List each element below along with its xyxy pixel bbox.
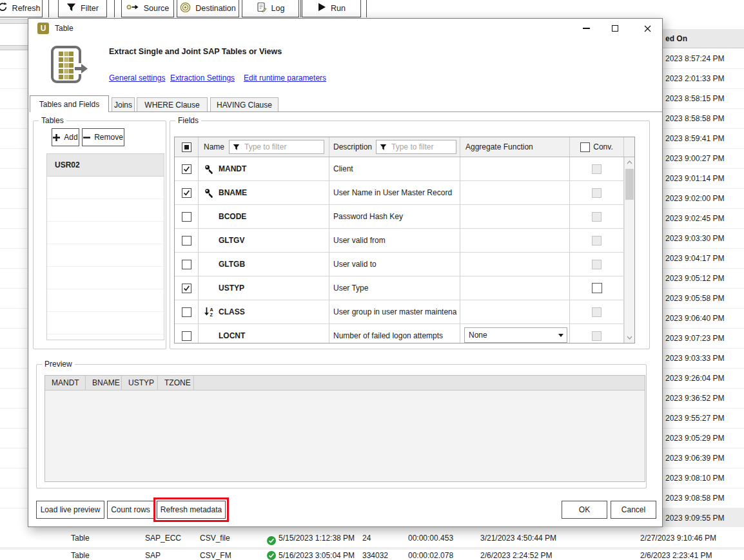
header-link-0[interactable]: General settings bbox=[109, 73, 165, 82]
name-column-label: Name bbox=[204, 142, 224, 151]
row-cell-created: 2/6/2023 2:23:41 PM bbox=[640, 549, 712, 560]
toolbar-button-run[interactable]: Run bbox=[302, 0, 361, 17]
scroll-down-arrow[interactable] bbox=[625, 333, 634, 343]
source-icon bbox=[126, 3, 139, 13]
destination-icon bbox=[180, 2, 191, 15]
toolbar-button-filter[interactable]: Filter bbox=[58, 0, 107, 17]
toolbar-button-destination[interactable]: Destination bbox=[177, 0, 239, 17]
app-logo-icon: U bbox=[37, 23, 49, 34]
toolbar-button-source[interactable]: Source bbox=[121, 0, 174, 17]
sort-desc-icon: AZ bbox=[204, 307, 215, 317]
name-filter-input[interactable] bbox=[243, 142, 324, 152]
field-name: CLASS bbox=[219, 307, 245, 316]
maximize-button[interactable] bbox=[605, 19, 625, 38]
field-checkbox[interactable] bbox=[182, 164, 191, 174]
log-icon bbox=[257, 2, 267, 14]
header-link-1[interactable]: Extraction Settings bbox=[170, 73, 235, 82]
cancel-label: Cancel bbox=[622, 505, 645, 514]
conv-cell bbox=[570, 157, 624, 180]
field-checkbox[interactable] bbox=[182, 236, 191, 246]
add-table-button[interactable]: Add bbox=[52, 128, 79, 146]
fields-group-legend: Fields bbox=[175, 116, 201, 125]
select-cell bbox=[175, 253, 199, 276]
tab-joins[interactable]: Joins bbox=[112, 97, 135, 111]
field-checkbox[interactable] bbox=[182, 307, 191, 317]
description-cell: User Name in User Master Record bbox=[329, 181, 460, 204]
field-row-class: AZCLASSUser group in user master mainten… bbox=[175, 300, 634, 324]
remove-table-label: Remove bbox=[94, 133, 123, 142]
row-cell-source: SAP bbox=[145, 549, 161, 560]
field-row-gltgv: GLTGVUser valid from bbox=[175, 229, 634, 253]
table-list-item[interactable]: USR02 bbox=[47, 154, 164, 177]
row-cell-destination: CSV_file bbox=[200, 529, 230, 547]
description-cell: User valid to bbox=[329, 253, 460, 276]
conv-cell bbox=[570, 300, 624, 323]
aggregate-function-select[interactable]: None bbox=[464, 327, 567, 343]
ok-label: OK bbox=[579, 505, 590, 514]
toolbar-button-log[interactable]: Log bbox=[242, 0, 299, 17]
minimize-button[interactable] bbox=[576, 19, 596, 38]
description-filter-input[interactable] bbox=[390, 142, 456, 152]
aggregate-cell bbox=[460, 276, 570, 300]
conv-checkbox bbox=[592, 212, 602, 222]
scroll-up-arrow[interactable] bbox=[625, 157, 634, 168]
count-rows-button[interactable]: Count rows bbox=[107, 501, 154, 519]
created-on-cell: 2023 9:06:39 PM bbox=[663, 449, 744, 468]
dropdown-arrow-icon bbox=[555, 328, 567, 342]
conv-header-checkbox[interactable] bbox=[580, 142, 590, 152]
toolbar-label: Destination bbox=[195, 4, 236, 13]
row-cell-created: 2/27/2023 9:10:46 PM bbox=[640, 529, 716, 547]
field-row-gltgb: GLTGBUser valid to bbox=[175, 253, 634, 276]
created-on-cell: 2023 9:06:40 PM bbox=[663, 309, 744, 329]
field-checkbox[interactable] bbox=[182, 188, 191, 198]
field-row-bname: BNAMEUser Name in User Master Record bbox=[175, 181, 634, 205]
tables-list: USR02 bbox=[46, 153, 164, 340]
description-filter bbox=[376, 140, 456, 154]
toolbar-separator bbox=[114, 0, 115, 17]
select-all-checkbox[interactable] bbox=[182, 142, 191, 152]
preview-column-mandt: MANDT bbox=[45, 376, 86, 390]
tab-having-clause[interactable]: HAVING Clause bbox=[210, 97, 279, 111]
row-cell-source: SAP_ECC bbox=[145, 529, 181, 547]
aggregate-cell bbox=[460, 300, 570, 323]
preview-group: Preview MANDTBNAMEUSTYPTZONE bbox=[36, 364, 647, 488]
created-on-cell: 2023 8:58:15 PM bbox=[663, 89, 744, 109]
background-table-row[interactable]: TableSAP_ECCCSV_file5/15/2023 1:12:38 PM… bbox=[0, 529, 744, 547]
name-cell: BCODE bbox=[199, 205, 329, 228]
select-cell bbox=[175, 205, 199, 228]
refresh-metadata-label: Refresh metadata bbox=[161, 505, 222, 514]
refresh-metadata-button[interactable]: Refresh metadata bbox=[157, 501, 226, 519]
scrollbar-thumb[interactable] bbox=[625, 169, 634, 200]
fields-scrollbar[interactable] bbox=[624, 157, 634, 343]
name-cell: GLTGB bbox=[199, 253, 329, 276]
description-cell: Client bbox=[329, 157, 460, 180]
tab-tables-and-fields[interactable]: Tables and Fields bbox=[30, 95, 109, 112]
conv-checkbox[interactable] bbox=[592, 283, 602, 293]
conv-checkbox bbox=[592, 188, 602, 198]
tab-where-clause[interactable]: WHERE Clause bbox=[137, 97, 208, 111]
close-button[interactable] bbox=[637, 19, 658, 38]
name-cell: AZCLASS bbox=[199, 300, 329, 323]
toolbar-separator bbox=[300, 0, 301, 17]
description-cell: Password Hash Key bbox=[329, 205, 460, 228]
header-link-2[interactable]: Edit runtime parameters bbox=[244, 73, 326, 82]
field-checkbox[interactable] bbox=[182, 212, 191, 222]
field-checkbox[interactable] bbox=[182, 260, 191, 269]
aggregate-cell bbox=[460, 157, 570, 180]
preview-group-legend: Preview bbox=[42, 360, 75, 369]
field-checkbox[interactable] bbox=[182, 331, 191, 341]
created-on-cell: 2023 9:55:27 PM bbox=[663, 409, 744, 429]
load-live-preview-button[interactable]: Load live preview bbox=[36, 501, 104, 519]
field-checkbox[interactable] bbox=[182, 284, 191, 293]
ok-button[interactable]: OK bbox=[562, 501, 607, 519]
preview-grid-header: MANDTBNAMEUSTYPTZONE bbox=[45, 376, 645, 391]
table-dialog: U Table bbox=[28, 18, 663, 527]
fields-grid: Name Description Aggregate Function bbox=[174, 137, 635, 343]
cancel-button[interactable]: Cancel bbox=[611, 501, 656, 519]
background-table-row[interactable]: TableSAPCSV_FM5/16/2023 3:05:04 PM334032… bbox=[0, 549, 744, 560]
field-name: LOCNT bbox=[219, 331, 245, 340]
remove-table-button[interactable]: Remove bbox=[82, 128, 124, 146]
field-description: User valid to bbox=[333, 260, 377, 269]
row-cell-modified: 2/6/2023 2:24:52 PM bbox=[480, 549, 552, 560]
toolbar-button-refresh[interactable]: Refresh bbox=[0, 0, 43, 17]
